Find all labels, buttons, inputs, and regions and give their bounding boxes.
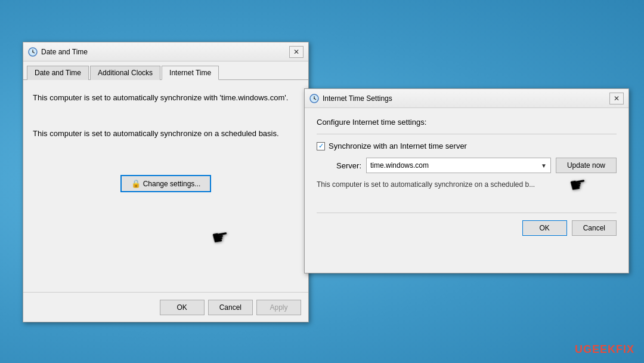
tab-internet-time[interactable]: Internet Time [162,66,219,80]
dialog1-tab-bar: Date and Time Additional Clocks Internet… [23,61,308,80]
dialog2-ok-button[interactable]: OK [522,220,567,236]
dialog1-apply-button[interactable]: Apply [256,300,301,315]
dialog2-scheduled-text: This computer is set to automatically sy… [317,180,617,189]
dialog2-icon [309,94,319,103]
dialog1-ok-button[interactable]: OK [160,300,205,315]
svg-point-7 [314,98,315,99]
dialog1-title-bar: Date and Time ✕ [23,42,308,61]
dialog1-title: Date and Time [41,48,289,56]
sync-checkbox[interactable]: ✓ [317,142,325,150]
internet-time-settings-dialog: Internet Time Settings ✕ Configure Inter… [304,88,629,273]
dialog1-close-button[interactable]: ✕ [289,46,304,58]
watermark-geek: GEEK [583,343,616,355]
tab-additional-clocks[interactable]: Additional Clocks [90,66,160,80]
dialog1-cancel-button[interactable]: Cancel [208,300,253,315]
tab-date-time[interactable]: Date and Time [27,66,89,80]
server-label: Server: [329,161,361,170]
sync-checkbox-row: ✓ Synchronize with an Internet time serv… [317,141,617,150]
dialog2-cancel-button[interactable]: Cancel [572,220,617,236]
server-value: time.windows.com [370,161,429,170]
configure-label: Configure Internet time settings: [317,118,617,127]
sync-checkbox-label: Synchronize with an Internet time server [329,141,467,150]
dialog1-icon [28,47,38,57]
dialog2-title-bar: Internet Time Settings ✕ [305,89,628,108]
watermark-fix: FIX [616,343,634,355]
server-row: Server: time.windows.com ▼ Update now [329,158,617,173]
watermark-u: U [575,343,583,355]
svg-point-3 [32,51,33,53]
dialog1-sync-text: This computer is set to automatically sy… [33,92,299,104]
date-time-dialog: Date and Time ✕ Date and Time Additional… [23,42,309,322]
dialog2-title: Internet Time Settings [323,94,609,103]
server-dropdown[interactable]: time.windows.com ▼ [366,158,551,173]
update-now-button[interactable]: Update now [556,158,617,173]
dialog1-footer: OK Cancel Apply [23,292,308,322]
globe-shield-icon: 🔒 [131,179,141,188]
dropdown-arrow-icon: ▼ [541,162,547,169]
watermark: UGEEKFIX [575,343,634,356]
dialog1-scheduled-text: This computer is set to automatically sy… [33,128,299,140]
change-settings-button[interactable]: 🔒 Change settings... [120,175,212,192]
dialog2-close-button[interactable]: ✕ [609,93,624,104]
